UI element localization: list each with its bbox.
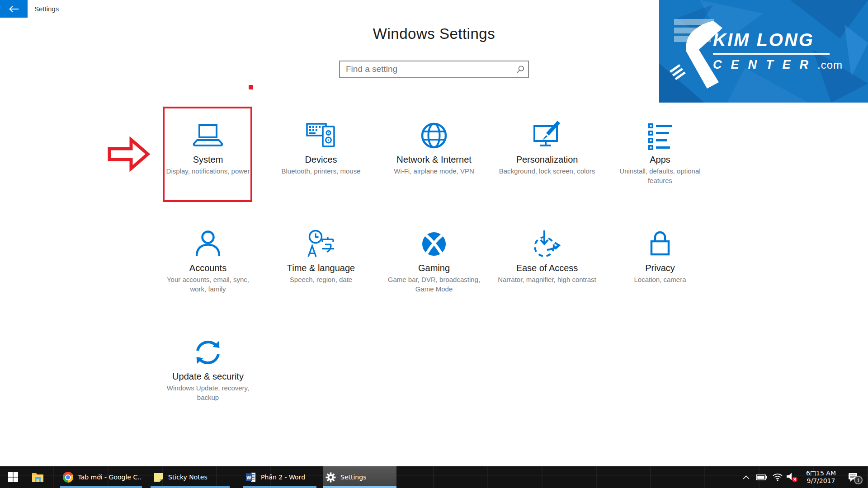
tile-system[interactable]: System Display, notifications, power: [151, 108, 264, 217]
running-indicator: [243, 486, 316, 488]
tile-devices[interactable]: Devices Bluetooth, printers, mouse: [264, 108, 377, 217]
search-box[interactable]: [339, 61, 529, 78]
tile-title: Devices: [305, 155, 337, 165]
tile-network-internet[interactable]: Network & Internet Wi-Fi, airplane mode,…: [377, 108, 491, 217]
tray-network-button[interactable]: [772, 473, 783, 481]
tray-battery-button[interactable]: [756, 474, 767, 480]
back-arrow-icon: [9, 5, 19, 13]
svg-text:W: W: [246, 475, 251, 480]
start-button[interactable]: [0, 466, 26, 488]
battery-icon: [756, 474, 767, 480]
search-input[interactable]: [340, 64, 513, 74]
kimlong-logo-icon: [663, 11, 735, 92]
search-icon[interactable]: [513, 65, 528, 74]
taskbar-item-sticky-notes[interactable]: Sticky Notes: [151, 466, 230, 488]
tile-time-language[interactable]: Time & language Speech, region, date: [264, 217, 377, 325]
taskbar-item-label: Settings: [340, 474, 366, 481]
tray-clock[interactable]: 6□15 AM 9/7/2017: [805, 469, 837, 485]
taskbar-app-buttons: Tab mới - Google C... Sticky Notes: [60, 466, 396, 488]
tile-subtitle: Bluetooth, printers, mouse: [281, 166, 360, 176]
lock-icon: [644, 228, 676, 260]
taskbar-item-label: Tab mới - Google C...: [78, 474, 142, 481]
tile-title: Gaming: [418, 263, 450, 273]
tile-subtitle: Speech, region, date: [290, 275, 352, 284]
tile-title: System: [193, 155, 223, 165]
tile-title: Accounts: [189, 263, 226, 273]
tile-ease-of-access[interactable]: Ease of Access Narrator, magnifier, high…: [491, 217, 604, 325]
tile-subtitle: Location, camera: [634, 275, 686, 284]
windows-settings-screen: Settings Windows Settings System Display…: [0, 0, 868, 488]
wifi-icon: [772, 473, 783, 481]
speaker-muted-icon: [786, 472, 798, 483]
brand-center-text: CENTER: [713, 58, 817, 71]
taskbar: Tab mới - Google C... Sticky Notes: [0, 466, 868, 488]
monitor-brush-icon: [531, 119, 563, 152]
ease-of-access-icon: [531, 228, 563, 260]
tray-time: 6□15 AM: [805, 469, 837, 477]
taskbar-item-settings[interactable]: Settings: [323, 466, 396, 488]
tile-title: Time & language: [287, 263, 355, 273]
tile-subtitle: Wi-Fi, airplane mode, VPN: [394, 166, 474, 176]
watermark-banner: KIM LONG CENTER.com: [659, 0, 868, 103]
settings-tile-grid: System Display, notifications, power: [151, 108, 717, 434]
clock-language-icon: [305, 228, 337, 260]
brand-name-bottom: CENTER.com: [713, 58, 843, 72]
tray-chevron-button[interactable]: [743, 475, 750, 479]
running-indicator: [151, 486, 230, 488]
annotation-red-dot: [249, 85, 253, 89]
app-list-icon: [644, 119, 676, 152]
taskbar-item-word[interactable]: W Phần 2 - Word: [243, 466, 316, 488]
globe-icon: [418, 119, 450, 152]
tile-apps[interactable]: Apps Uninstall, defaults, optional featu…: [604, 108, 717, 217]
running-indicator: [60, 486, 142, 488]
tile-accounts[interactable]: Accounts Your accounts, email, sync, wor…: [151, 217, 264, 325]
tray-volume-button[interactable]: [786, 472, 798, 483]
tile-title: Network & Internet: [396, 155, 472, 165]
word-icon: W: [245, 472, 256, 483]
taskbar-item-chrome[interactable]: Tab mới - Google C...: [60, 466, 142, 488]
brand-divider: [713, 53, 830, 55]
tile-subtitle: Game bar, DVR, broadcasting, Game Mode: [385, 275, 483, 294]
system-tray: 6□15 AM 9/7/2017 1: [743, 466, 868, 488]
annotation-arrow-icon: [107, 136, 151, 172]
keyboard-speaker-icon: [305, 119, 337, 152]
tile-personalization[interactable]: Personalization Background, lock screen,…: [491, 108, 604, 217]
person-icon: [192, 228, 224, 260]
notification-badge: 1: [854, 476, 863, 484]
brand-name-top: KIM LONG: [713, 30, 830, 50]
sync-icon: [192, 336, 224, 369]
tile-subtitle: Narrator, magnifier, high contrast: [498, 275, 596, 284]
tile-title: Privacy: [645, 263, 675, 273]
xbox-icon: [418, 228, 450, 260]
tile-subtitle: Windows Update, recovery, backup: [159, 383, 257, 402]
tile-subtitle: Uninstall, defaults, optional features: [611, 166, 709, 185]
tile-subtitle: Display, notifications, power: [166, 166, 250, 176]
tile-title: Ease of Access: [516, 263, 578, 273]
tile-subtitle: Background, lock screen, colors: [499, 166, 595, 176]
tile-update-security[interactable]: Update & security Windows Update, recove…: [151, 325, 264, 434]
back-button[interactable]: [0, 0, 28, 18]
chrome-icon: [63, 472, 73, 483]
file-explorer-button[interactable]: [26, 466, 49, 488]
chevron-up-icon: [743, 475, 750, 479]
tile-gaming[interactable]: Gaming Game bar, DVR, broadcasting, Game…: [377, 217, 491, 325]
windows-logo-icon: [8, 472, 19, 483]
tile-title: Apps: [650, 155, 670, 165]
gear-icon: [326, 472, 336, 483]
folder-icon: [32, 472, 44, 483]
tile-title: Personalization: [516, 155, 578, 165]
action-center-button[interactable]: 1: [848, 472, 859, 483]
tile-subtitle: Your accounts, email, sync, work, family: [159, 275, 257, 294]
tile-privacy[interactable]: Privacy Location, camera: [604, 217, 717, 325]
sticky-notes-icon: [153, 472, 164, 483]
taskbar-item-label: Sticky Notes: [168, 474, 208, 481]
laptop-icon: [192, 119, 224, 152]
running-indicator-active: [323, 486, 396, 488]
tray-date: 9/7/2017: [805, 477, 837, 485]
tile-title: Update & security: [172, 371, 244, 382]
window-title: Settings: [34, 5, 59, 13]
brand-suffix-text: .com: [817, 59, 843, 71]
taskbar-item-label: Phần 2 - Word: [261, 474, 305, 481]
